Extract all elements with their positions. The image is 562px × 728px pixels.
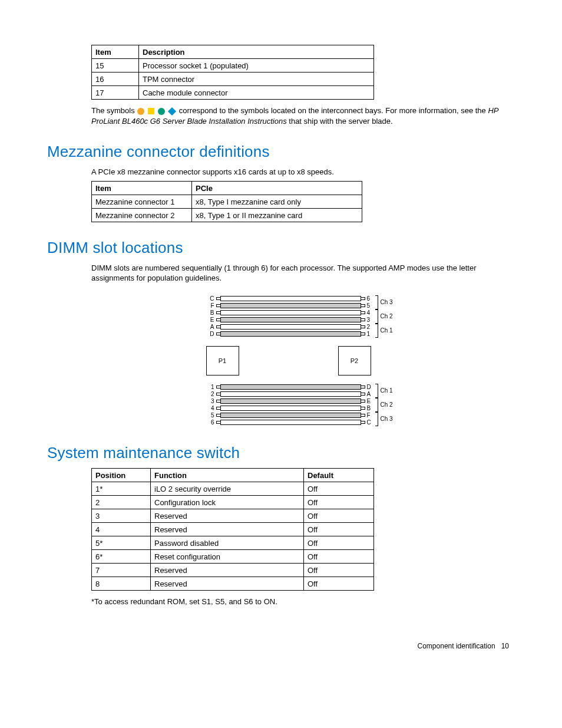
dimm-diagram: CFBEAD 654321 Ch 3 Ch 2 Ch 1 P1 P2 12345… <box>206 295 395 426</box>
yellow-square-icon <box>148 108 154 114</box>
mezzanine-table: Item PCIe Mezzanine connector 1x8, Type … <box>91 181 362 222</box>
table-row: 8ReservedOff <box>92 577 374 590</box>
mezz-text: A PCIe x8 mezzanine connector supports x… <box>91 167 509 177</box>
table-row: 3ReservedOff <box>92 509 374 522</box>
green-circle-icon <box>158 108 165 115</box>
sys-footnote: *To access redundant ROM, set S1, S5, an… <box>91 597 509 607</box>
heading-dimm: DIMM slot locations <box>47 239 515 257</box>
proc-p2: P2 <box>338 346 371 375</box>
table-row: 2Configuration lockOff <box>92 495 374 509</box>
table-row: Mezzanine connector 1x8, Type I mezzanin… <box>92 195 362 208</box>
table-row: 6*Reset configurationOff <box>92 549 374 563</box>
table-row: 5*Password disabledOff <box>92 536 374 549</box>
blue-diamond-icon <box>168 107 176 115</box>
orange-circle-icon <box>137 108 144 115</box>
heading-mezzanine: Mezzanine connector definitions <box>47 143 515 161</box>
heading-sys-switch: System maintenance switch <box>47 444 515 462</box>
th-item: Item <box>92 45 139 59</box>
table-row: 16TPM connector <box>92 73 374 86</box>
dimm-text: DIMM slots are numbered sequentially (1 … <box>91 263 509 284</box>
sys-switch-table: Position Function Default 1*iLO 2 securi… <box>91 468 374 591</box>
table-row: Mezzanine connector 2x8, Type 1 or II me… <box>92 208 362 222</box>
table-row: 1*iLO 2 security overrideOff <box>92 482 374 495</box>
component-table: Item Description 15Processor socket 1 (p… <box>91 45 374 100</box>
th-desc: Description <box>139 45 374 59</box>
table-row: 15Processor socket 1 (populated) <box>92 59 374 73</box>
table-row: 7ReservedOff <box>92 563 374 577</box>
table-row: 17Cache module connector <box>92 86 374 100</box>
symbols-note: The symbols correspond to the symbols lo… <box>91 106 509 126</box>
page-footer: Component identification 10 <box>47 642 515 650</box>
proc-p1: P1 <box>206 346 239 375</box>
table-row: 4ReservedOff <box>92 522 374 536</box>
